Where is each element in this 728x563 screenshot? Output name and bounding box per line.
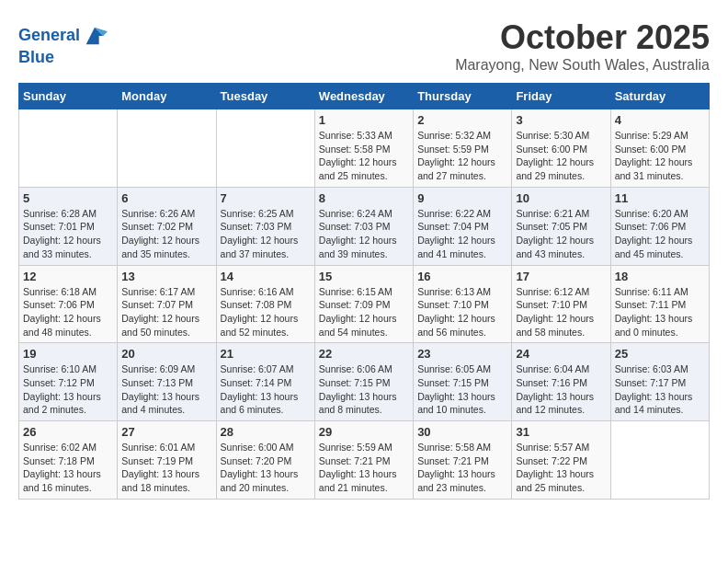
logo-text: General: [18, 27, 80, 45]
calendar-cell: 24Sunrise: 6:04 AM Sunset: 7:16 PM Dayli…: [512, 343, 610, 421]
day-info: Sunrise: 5:58 AM Sunset: 7:21 PM Dayligh…: [417, 441, 507, 495]
day-info: Sunrise: 6:05 AM Sunset: 7:15 PM Dayligh…: [417, 362, 507, 417]
day-info: Sunrise: 5:57 AM Sunset: 7:22 PM Dayligh…: [516, 441, 606, 495]
logo: General Blue: [18, 23, 108, 67]
week-row-3: 12Sunrise: 6:18 AM Sunset: 7:06 PM Dayli…: [19, 265, 710, 343]
day-header-thursday: Thursday: [414, 84, 512, 109]
calendar-cell: 13Sunrise: 6:17 AM Sunset: 7:07 PM Dayli…: [118, 265, 216, 343]
calendar-title: October 2025: [455, 18, 710, 57]
day-info: Sunrise: 5:30 AM Sunset: 6:00 PM Dayligh…: [516, 129, 606, 183]
day-info: Sunrise: 6:21 AM Sunset: 7:05 PM Dayligh…: [516, 207, 606, 261]
day-number: 25: [615, 347, 705, 361]
calendar-cell: 12Sunrise: 6:18 AM Sunset: 7:06 PM Dayli…: [19, 265, 118, 343]
logo-icon: [82, 23, 108, 49]
day-number: 4: [615, 113, 705, 127]
calendar-subtitle: Marayong, New South Wales, Australia: [455, 57, 710, 74]
day-number: 10: [516, 191, 606, 205]
day-number: 29: [319, 425, 409, 439]
calendar-cell: 21Sunrise: 6:07 AM Sunset: 7:14 PM Dayli…: [216, 343, 314, 421]
day-info: Sunrise: 6:02 AM Sunset: 7:18 PM Dayligh…: [23, 441, 113, 495]
calendar-cell: 20Sunrise: 6:09 AM Sunset: 7:13 PM Dayli…: [118, 343, 216, 421]
day-info: Sunrise: 6:22 AM Sunset: 7:04 PM Dayligh…: [417, 207, 507, 261]
week-row-4: 19Sunrise: 6:10 AM Sunset: 7:12 PM Dayli…: [19, 343, 710, 421]
day-info: Sunrise: 5:59 AM Sunset: 7:21 PM Dayligh…: [319, 441, 409, 495]
day-number: 30: [417, 425, 507, 439]
day-number: 17: [516, 270, 606, 283]
day-info: Sunrise: 6:15 AM Sunset: 7:09 PM Dayligh…: [319, 285, 409, 339]
week-row-1: 1Sunrise: 5:33 AM Sunset: 5:58 PM Daylig…: [19, 109, 710, 188]
calendar-cell: [610, 421, 709, 500]
day-header-saturday: Saturday: [610, 84, 709, 109]
day-info: Sunrise: 6:25 AM Sunset: 7:03 PM Dayligh…: [221, 207, 311, 261]
day-info: Sunrise: 6:12 AM Sunset: 7:10 PM Dayligh…: [516, 285, 606, 339]
calendar-cell: 19Sunrise: 6:10 AM Sunset: 7:12 PM Dayli…: [19, 343, 118, 421]
day-header-sunday: Sunday: [19, 84, 118, 109]
calendar-cell: 3Sunrise: 5:30 AM Sunset: 6:00 PM Daylig…: [512, 109, 610, 188]
logo-blue-text: Blue: [18, 49, 108, 67]
calendar-cell: [118, 109, 216, 188]
day-number: 9: [417, 191, 507, 205]
calendar-cell: 14Sunrise: 6:16 AM Sunset: 7:08 PM Dayli…: [216, 265, 314, 343]
day-number: 14: [221, 270, 311, 283]
day-info: Sunrise: 6:09 AM Sunset: 7:13 PM Dayligh…: [121, 362, 211, 417]
calendar-cell: 9Sunrise: 6:22 AM Sunset: 7:04 PM Daylig…: [414, 187, 512, 265]
day-number: 1: [319, 113, 409, 127]
calendar-cell: 4Sunrise: 5:29 AM Sunset: 6:00 PM Daylig…: [610, 109, 709, 188]
calendar-cell: 7Sunrise: 6:25 AM Sunset: 7:03 PM Daylig…: [216, 187, 314, 265]
calendar-cell: 10Sunrise: 6:21 AM Sunset: 7:05 PM Dayli…: [512, 187, 610, 265]
day-number: 3: [516, 113, 606, 127]
calendar-cell: 16Sunrise: 6:13 AM Sunset: 7:10 PM Dayli…: [414, 265, 512, 343]
day-info: Sunrise: 6:00 AM Sunset: 7:20 PM Dayligh…: [221, 441, 311, 495]
day-number: 24: [516, 347, 606, 361]
day-info: Sunrise: 5:29 AM Sunset: 6:00 PM Dayligh…: [615, 129, 705, 183]
calendar-cell: 11Sunrise: 6:20 AM Sunset: 7:06 PM Dayli…: [610, 187, 709, 265]
day-info: Sunrise: 6:07 AM Sunset: 7:14 PM Dayligh…: [221, 362, 311, 417]
calendar-cell: 6Sunrise: 6:26 AM Sunset: 7:02 PM Daylig…: [118, 187, 216, 265]
title-section: October 2025 Marayong, New South Wales, …: [455, 18, 710, 74]
day-number: 21: [221, 347, 311, 361]
calendar-cell: 30Sunrise: 5:58 AM Sunset: 7:21 PM Dayli…: [414, 421, 512, 500]
day-number: 23: [417, 347, 507, 361]
day-header-wednesday: Wednesday: [314, 84, 413, 109]
day-number: 13: [121, 270, 211, 283]
calendar-cell: 22Sunrise: 6:06 AM Sunset: 7:15 PM Dayli…: [314, 343, 413, 421]
day-info: Sunrise: 6:18 AM Sunset: 7:06 PM Dayligh…: [23, 285, 113, 339]
day-info: Sunrise: 6:04 AM Sunset: 7:16 PM Dayligh…: [516, 362, 606, 417]
day-info: Sunrise: 6:10 AM Sunset: 7:12 PM Dayligh…: [23, 362, 113, 417]
calendar-cell: 28Sunrise: 6:00 AM Sunset: 7:20 PM Dayli…: [216, 421, 314, 500]
week-row-5: 26Sunrise: 6:02 AM Sunset: 7:18 PM Dayli…: [19, 421, 710, 500]
day-number: 12: [23, 270, 113, 283]
calendar-cell: 26Sunrise: 6:02 AM Sunset: 7:18 PM Dayli…: [19, 421, 118, 500]
day-number: 31: [516, 425, 606, 439]
calendar-cell: 8Sunrise: 6:24 AM Sunset: 7:03 PM Daylig…: [314, 187, 413, 265]
day-number: 18: [615, 270, 705, 283]
day-info: Sunrise: 6:16 AM Sunset: 7:08 PM Dayligh…: [221, 285, 311, 339]
day-number: 16: [417, 270, 507, 283]
day-number: 26: [23, 425, 113, 439]
day-number: 19: [23, 347, 113, 361]
calendar-cell: 5Sunrise: 6:28 AM Sunset: 7:01 PM Daylig…: [19, 187, 118, 265]
day-number: 27: [121, 425, 211, 439]
day-number: 8: [319, 191, 409, 205]
day-number: 7: [221, 191, 311, 205]
day-number: 20: [121, 347, 211, 361]
calendar-cell: 15Sunrise: 6:15 AM Sunset: 7:09 PM Dayli…: [314, 265, 413, 343]
day-number: 11: [615, 191, 705, 205]
day-info: Sunrise: 6:20 AM Sunset: 7:06 PM Dayligh…: [615, 207, 705, 261]
day-number: 2: [417, 113, 507, 127]
day-info: Sunrise: 5:33 AM Sunset: 5:58 PM Dayligh…: [319, 129, 409, 183]
calendar-table: SundayMondayTuesdayWednesdayThursdayFrid…: [18, 83, 710, 500]
calendar-cell: 18Sunrise: 6:11 AM Sunset: 7:11 PM Dayli…: [610, 265, 709, 343]
day-header-tuesday: Tuesday: [216, 84, 314, 109]
page-header: General Blue October 2025 Marayong, New …: [18, 18, 710, 74]
day-header-monday: Monday: [118, 84, 216, 109]
days-header-row: SundayMondayTuesdayWednesdayThursdayFrid…: [19, 84, 710, 109]
calendar-cell: 17Sunrise: 6:12 AM Sunset: 7:10 PM Dayli…: [512, 265, 610, 343]
week-row-2: 5Sunrise: 6:28 AM Sunset: 7:01 PM Daylig…: [19, 187, 710, 265]
calendar-cell: 23Sunrise: 6:05 AM Sunset: 7:15 PM Dayli…: [414, 343, 512, 421]
day-number: 22: [319, 347, 409, 361]
day-number: 6: [121, 191, 211, 205]
calendar-cell: 2Sunrise: 5:32 AM Sunset: 5:59 PM Daylig…: [414, 109, 512, 188]
day-number: 15: [319, 270, 409, 283]
day-info: Sunrise: 6:28 AM Sunset: 7:01 PM Dayligh…: [23, 207, 113, 261]
